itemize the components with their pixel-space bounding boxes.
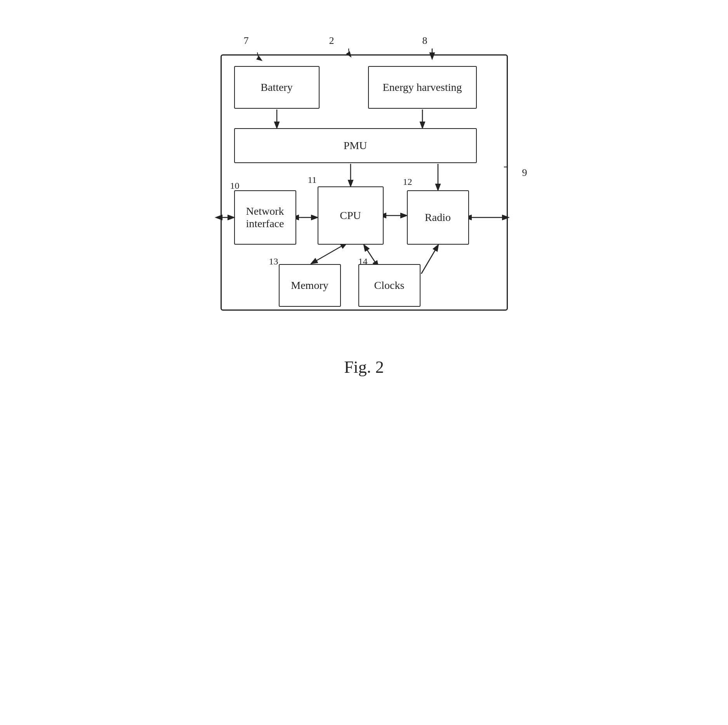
label-13: 13 [269, 256, 278, 267]
label-7: 7 [244, 35, 249, 47]
cpu-label: CPU [340, 209, 361, 222]
label-10: 10 [230, 181, 240, 191]
radio-box: Radio [407, 190, 469, 245]
figure-label: Fig. 2 [344, 357, 384, 377]
energy-harvesting-label: Energy harvesting [383, 81, 462, 94]
battery-label: Battery [261, 81, 292, 94]
cpu-box: CPU [318, 186, 384, 245]
clocks-label: Clocks [374, 279, 405, 292]
memory-box: Memory [279, 264, 341, 307]
battery-box: Battery [234, 66, 320, 109]
label-11: 11 [308, 175, 317, 185]
radio-label: Radio [425, 211, 451, 224]
label-12: 12 [403, 177, 412, 187]
label-9: 9 [522, 167, 527, 179]
pmu-box: PMU [234, 128, 477, 163]
network-interface-box: Network interface [234, 190, 296, 245]
memory-label: Memory [291, 279, 328, 292]
diagram: 7 2 8 9 10 11 12 13 14 Battery Energy ha… [197, 23, 531, 342]
energy-harvesting-box: Energy harvesting [368, 66, 477, 109]
label-8: 8 [422, 35, 427, 47]
label-2: 2 [329, 35, 334, 47]
network-interface-label: Network interface [235, 205, 295, 230]
clocks-box: Clocks [358, 264, 420, 307]
pmu-label: PMU [344, 139, 367, 152]
